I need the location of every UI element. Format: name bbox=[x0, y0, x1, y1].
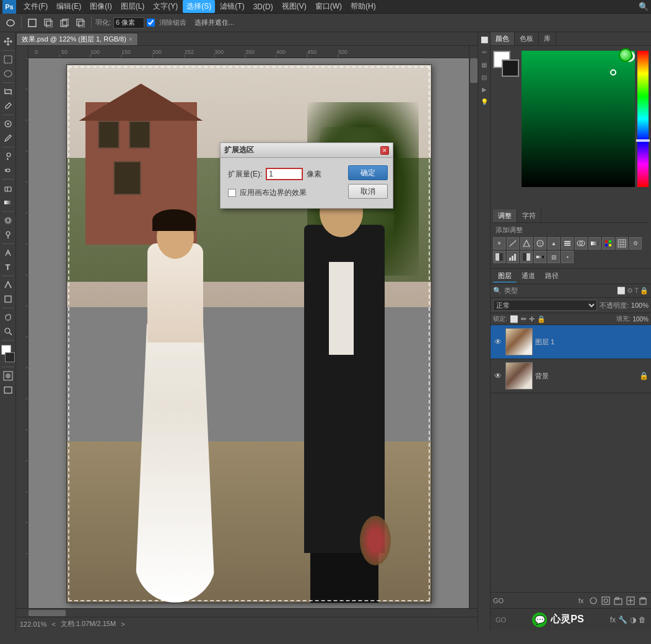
levels-icon[interactable] bbox=[520, 237, 533, 250]
dialog-titlebar[interactable]: 扩展选区 ✕ bbox=[221, 143, 393, 158]
tab-character[interactable]: 字符 bbox=[517, 209, 541, 222]
menu-file[interactable]: 文件(F) bbox=[20, 0, 51, 13]
new-layer-icon[interactable] bbox=[625, 595, 636, 606]
layer-visibility-bg[interactable]: 👁 bbox=[493, 371, 503, 381]
menu-help[interactable]: 帮助(H) bbox=[347, 0, 380, 13]
gradientmap2-icon[interactable] bbox=[534, 251, 546, 263]
mini-gradient-icon[interactable]: ▦ bbox=[479, 59, 489, 69]
gradient-map-icon[interactable] bbox=[588, 237, 601, 250]
add-mask-icon[interactable] bbox=[588, 595, 599, 606]
exposure-icon[interactable] bbox=[534, 237, 546, 250]
channelmixer-icon[interactable] bbox=[616, 237, 628, 250]
clone-stamp-tool[interactable] bbox=[1, 149, 15, 163]
dialog-close-btn[interactable]: ✕ bbox=[380, 146, 389, 155]
trash-icon[interactable]: 🗑 bbox=[639, 616, 646, 624]
crop-tool[interactable] bbox=[1, 85, 15, 98]
background-color[interactable] bbox=[5, 352, 15, 362]
eraser-tool[interactable] bbox=[1, 181, 15, 195]
tab-swatches[interactable]: 色板 bbox=[515, 32, 539, 45]
lasso-tool-btn[interactable] bbox=[4, 16, 17, 30]
tab-channels[interactable]: 通道 bbox=[517, 270, 540, 282]
menu-3d[interactable]: 3D(D) bbox=[250, 1, 277, 12]
doc-tab[interactable]: 效果.psd @ 122% (图层 1, RGB/8) × bbox=[16, 33, 138, 45]
new-selection-btn[interactable] bbox=[25, 16, 39, 30]
blur-tool[interactable] bbox=[1, 214, 15, 227]
posterize-icon[interactable] bbox=[507, 251, 519, 263]
brightness-icon[interactable]: ☀ bbox=[493, 237, 505, 250]
lock-all-icon[interactable]: 🔒 bbox=[537, 315, 546, 323]
half-circle-icon[interactable]: ◑ bbox=[630, 616, 636, 624]
dialog-cancel-btn[interactable]: 取消 bbox=[348, 184, 388, 199]
solid-icon[interactable]: ▪ bbox=[561, 251, 574, 263]
lock-transparent-icon[interactable]: ⬜ bbox=[510, 315, 518, 323]
horizontal-scrollbar[interactable] bbox=[16, 608, 478, 617]
layer-visibility-1[interactable]: 👁 bbox=[493, 337, 503, 347]
doc-tab-close[interactable]: × bbox=[129, 36, 133, 43]
layer-item-background[interactable]: 👁 背景 🔒 bbox=[491, 359, 651, 393]
nav-right[interactable]: > bbox=[121, 620, 125, 628]
eyedropper-tool[interactable] bbox=[1, 99, 15, 113]
tab-color[interactable]: 颜色 bbox=[491, 32, 515, 45]
color-gradient-box[interactable] bbox=[522, 51, 635, 187]
tab-adjustments[interactable]: 调整 bbox=[493, 209, 517, 222]
expand-amount-input[interactable] bbox=[266, 168, 303, 180]
gear-bottom-icon[interactable]: 🔧 bbox=[618, 616, 627, 624]
fill-value[interactable]: 100% bbox=[632, 316, 649, 323]
menu-edit[interactable]: 编辑(E) bbox=[53, 0, 85, 13]
threshold-icon[interactable] bbox=[520, 251, 533, 263]
add-selection-btn[interactable] bbox=[42, 16, 55, 30]
background-swatch[interactable] bbox=[502, 59, 519, 77]
quick-mask-btn[interactable] bbox=[1, 369, 15, 383]
new-group-icon[interactable] bbox=[613, 595, 624, 606]
mini-arrow-right-icon[interactable]: ▶ bbox=[479, 84, 489, 94]
lasso-tool[interactable] bbox=[1, 67, 15, 80]
menu-select[interactable]: 选择(S) bbox=[183, 0, 215, 13]
mini-bulb-icon[interactable]: 💡 bbox=[479, 97, 489, 107]
nav-left[interactable]: < bbox=[51, 620, 55, 628]
lock-image-icon[interactable]: ✏ bbox=[521, 315, 526, 323]
hue-slider[interactable] bbox=[637, 51, 649, 187]
opacity-value[interactable]: 100% bbox=[631, 302, 649, 309]
dialog-ok-btn[interactable]: 确定 bbox=[348, 165, 388, 180]
tab-library[interactable]: 库 bbox=[539, 32, 556, 45]
apply-canvas-checkbox[interactable] bbox=[228, 189, 236, 197]
feather-input[interactable] bbox=[113, 17, 144, 28]
subtract-selection-btn[interactable] bbox=[58, 16, 71, 30]
adjustment-layer-icon[interactable] bbox=[600, 595, 611, 606]
shape-tool[interactable] bbox=[1, 292, 15, 306]
tab-layers[interactable]: 图层 bbox=[493, 270, 517, 282]
vertical-scrollbar[interactable] bbox=[469, 46, 478, 608]
hatch-icon[interactable]: ▨ bbox=[548, 251, 560, 263]
invert-icon[interactable] bbox=[493, 251, 505, 263]
layer-item-layer1[interactable]: 👁 图层 1 bbox=[491, 325, 651, 359]
mini-color-icon[interactable]: ⬜ bbox=[479, 35, 489, 45]
brush-tool[interactable] bbox=[1, 131, 15, 145]
colormix-icon[interactable] bbox=[575, 237, 587, 250]
dodge-tool[interactable] bbox=[1, 228, 15, 242]
menu-filter[interactable]: 滤镜(T) bbox=[216, 0, 248, 13]
text-tool[interactable]: T bbox=[1, 260, 15, 274]
mini-brush-icon[interactable]: ✏ bbox=[479, 47, 489, 57]
canvas-background[interactable] bbox=[28, 58, 469, 608]
healing-brush-tool[interactable] bbox=[1, 117, 15, 131]
vibrance-icon[interactable]: ▲ bbox=[548, 237, 560, 250]
green-circle-indicator[interactable] bbox=[619, 48, 632, 62]
lock-position-icon[interactable]: ✛ bbox=[529, 315, 535, 323]
colorlookup-icon[interactable]: ⚙ bbox=[629, 237, 642, 250]
curves-icon[interactable] bbox=[507, 237, 519, 250]
zoom-tool[interactable] bbox=[1, 324, 15, 338]
menu-view[interactable]: 视图(V) bbox=[278, 0, 310, 13]
menu-image[interactable]: 图像(I) bbox=[86, 0, 115, 13]
history-brush-tool[interactable] bbox=[1, 163, 15, 177]
refine-edge-btn[interactable]: 选择并遮住... bbox=[189, 16, 240, 30]
fx-bottom-icon[interactable]: fx bbox=[610, 616, 616, 624]
blend-mode-select[interactable]: 正常 bbox=[493, 300, 597, 311]
delete-layer-icon[interactable] bbox=[637, 595, 649, 606]
gradient-tool[interactable] bbox=[1, 196, 15, 209]
rectangular-marquee-tool[interactable] bbox=[1, 53, 15, 66]
menu-window[interactable]: 窗口(W) bbox=[312, 0, 346, 13]
menu-layer[interactable]: 图层(L) bbox=[117, 0, 149, 13]
search-icon[interactable]: 🔍 bbox=[639, 2, 649, 12]
hsl-icon[interactable] bbox=[561, 237, 574, 250]
selectivecolor-icon[interactable] bbox=[602, 237, 614, 250]
